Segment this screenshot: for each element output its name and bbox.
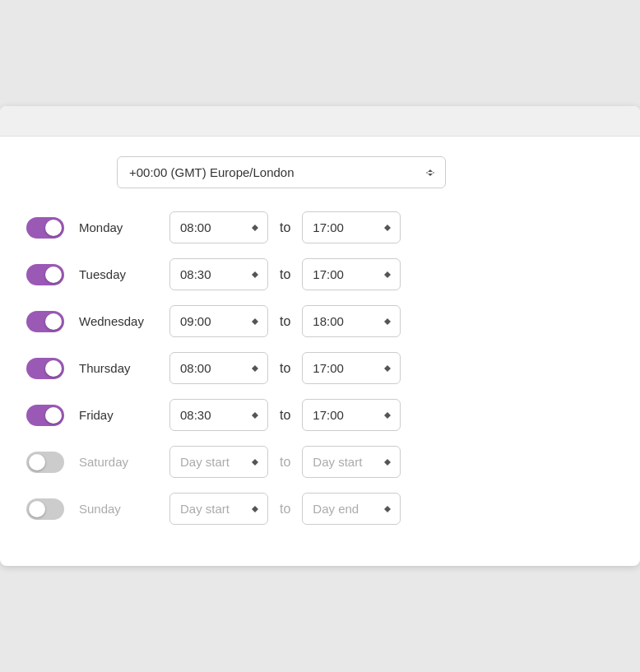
days-of-week-card: +00:00 (GMT) Europe/London Monday08:00to… [0, 106, 640, 566]
toggle-saturday[interactable] [26, 452, 64, 473]
day-row-friday: Friday08:30to17:00 [26, 399, 614, 431]
toggle-thumb-monday [45, 220, 62, 236]
timezone-row: +00:00 (GMT) Europe/London [26, 156, 614, 188]
day-row-thursday: Thursday08:00to17:00 [26, 352, 614, 384]
to-label-tuesday: to [280, 267, 290, 282]
toggle-wrap-tuesday [26, 264, 72, 285]
start-time-wednesday[interactable]: 09:00 [169, 305, 268, 337]
day-name-tuesday: Tuesday [79, 267, 169, 281]
start-time-sunday[interactable]: Day start [169, 493, 268, 525]
end-time-wednesday[interactable]: 18:00 [302, 305, 401, 337]
toggle-wrap-sunday [26, 498, 72, 520]
day-name-friday: Friday [79, 408, 169, 422]
to-label-saturday: to [280, 455, 290, 470]
start-time-friday[interactable]: 08:30 [169, 399, 268, 431]
start-time-saturday[interactable]: Day start [169, 446, 268, 478]
toggle-thumb-saturday [29, 454, 45, 470]
to-label-sunday: to [280, 502, 290, 517]
card-body: +00:00 (GMT) Europe/London Monday08:00to… [0, 137, 640, 566]
toggle-thumb-wednesday [45, 313, 62, 330]
end-time-friday[interactable]: 17:00 [302, 399, 401, 431]
toggle-tuesday[interactable] [26, 264, 64, 285]
day-name-thursday: Thursday [79, 361, 169, 375]
to-label-wednesday: to [280, 314, 290, 329]
end-time-saturday[interactable]: Day start [302, 446, 401, 478]
start-time-thursday[interactable]: 08:00 [169, 352, 268, 384]
toggle-thumb-tuesday [45, 266, 62, 283]
toggle-thumb-friday [45, 407, 62, 424]
to-label-monday: to [280, 220, 290, 235]
day-name-monday: Monday [79, 220, 169, 234]
timezone-select[interactable]: +00:00 (GMT) Europe/London [117, 156, 446, 188]
day-name-sunday: Sunday [79, 502, 169, 516]
day-row-monday: Monday08:00to17:00 [26, 211, 614, 243]
toggle-thumb-sunday [29, 501, 45, 517]
day-row-sunday: SundayDay starttoDay end [26, 493, 614, 525]
day-row-tuesday: Tuesday08:30to17:00 [26, 258, 614, 290]
day-row-saturday: SaturdayDay starttoDay start [26, 446, 614, 478]
toggle-wednesday[interactable] [26, 311, 64, 332]
toggle-friday[interactable] [26, 405, 64, 426]
toggle-sunday[interactable] [26, 498, 64, 520]
to-label-friday: to [280, 408, 290, 423]
toggle-wrap-thursday [26, 358, 72, 379]
day-row-wednesday: Wednesday09:00to18:00 [26, 305, 614, 337]
start-time-tuesday[interactable]: 08:30 [169, 258, 268, 290]
to-label-thursday: to [280, 361, 290, 376]
toggle-wrap-monday [26, 217, 72, 239]
toggle-wrap-friday [26, 405, 72, 426]
end-time-monday[interactable]: 17:00 [302, 211, 401, 243]
start-time-monday[interactable]: 08:00 [169, 211, 268, 243]
card-header [0, 106, 640, 137]
toggle-wrap-saturday [26, 452, 72, 473]
day-name-saturday: Saturday [79, 455, 169, 469]
toggle-wrap-wednesday [26, 311, 72, 332]
end-time-thursday[interactable]: 17:00 [302, 352, 401, 384]
days-container: Monday08:00to17:00Tuesday08:30to17:00Wed… [26, 211, 614, 525]
day-name-wednesday: Wednesday [79, 314, 169, 328]
toggle-thursday[interactable] [26, 358, 64, 379]
end-time-tuesday[interactable]: 17:00 [302, 258, 401, 290]
toggle-monday[interactable] [26, 217, 64, 239]
toggle-thumb-thursday [45, 360, 62, 377]
end-time-sunday[interactable]: Day end [302, 493, 401, 525]
